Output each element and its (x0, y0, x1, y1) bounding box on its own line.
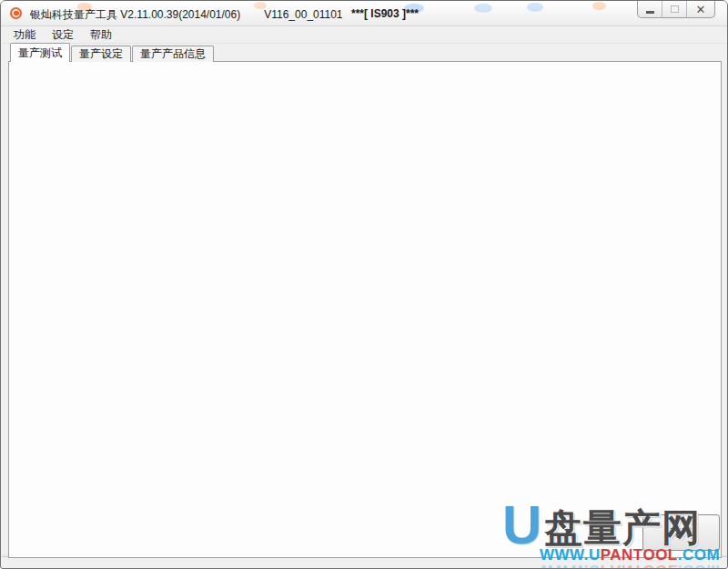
app-window: 银灿科技量产工具 V2.11.00.39(2014/01/06)V116_00_… (0, 0, 728, 569)
titlebar[interactable]: 银灿科技量产工具 V2.11.00.39(2014/01/06)V116_00_… (1, 1, 727, 26)
maximize-icon (671, 5, 679, 13)
close-button[interactable]: ✕ (687, 1, 714, 17)
tab-product-info[interactable]: 量产产品信息 (132, 46, 214, 62)
menu-function[interactable]: 功能 (5, 26, 44, 44)
window-controls: ✕ (637, 1, 715, 18)
menubar: 功能 设定 帮助 (2, 26, 728, 44)
window-title-tag: ***[ IS903 ]*** (351, 7, 419, 20)
exit-button[interactable]: 离开 (642, 514, 720, 551)
decor-smudge (527, 3, 543, 12)
decor-smudge (592, 2, 606, 10)
decor-smudge (474, 4, 492, 13)
tab-page (8, 61, 722, 558)
menu-settings[interactable]: 设定 (44, 26, 82, 44)
window-title: 银灿科技量产工具 V2.11.00.39(2014/01/06)V116_00_… (30, 7, 343, 23)
tabstrip: 量产测试 量产设定 量产产品信息 (10, 44, 215, 62)
minimize-button[interactable] (638, 1, 662, 17)
maximize-button[interactable] (662, 1, 687, 17)
tab-production-settings[interactable]: 量产设定 (71, 46, 131, 62)
app-icon (10, 7, 22, 19)
menu-help[interactable]: 帮助 (82, 26, 120, 44)
minimize-icon (646, 11, 654, 14)
tab-production-test[interactable]: 量产测试 (10, 43, 70, 62)
close-icon: ✕ (696, 4, 706, 15)
